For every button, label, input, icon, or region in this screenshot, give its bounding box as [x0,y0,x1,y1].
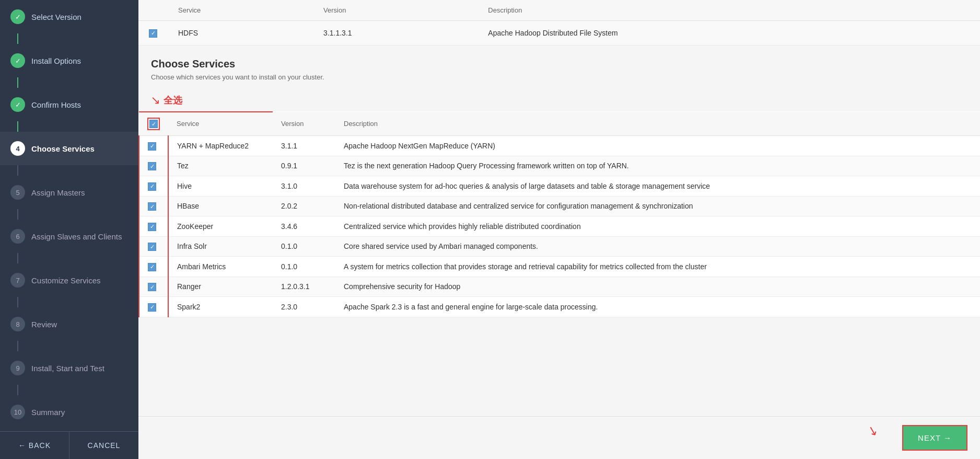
service-version-7: 1.2.0.3.1 [273,277,335,297]
back-button[interactable]: ← BACK [0,432,69,459]
service-description-5: Core shared service used by Ambari manag… [335,236,980,257]
select-all-checkbox-wrapper: ✓ [147,118,160,131]
service-checkbox-cell-4: ✓ [139,216,168,237]
sidebar-connector-1 [17,77,18,88]
sidebar-item-assign-masters[interactable]: 5Assign Masters [0,176,138,209]
select-all-checkbox[interactable]: ✓ [149,120,158,128]
sidebar-label-install-start-test: Install, Start and Test [31,364,104,373]
service-checkbox-3[interactable]: ✓ [148,202,156,211]
service-name-7: Ranger [168,277,273,297]
service-name-0: YARN + MapReduce2 [168,136,273,156]
service-name-4: ZooKeeper [168,216,273,237]
service-name-8: Spark2 [168,297,273,317]
services-header-row: ✓ Service Version Description [139,112,980,136]
sidebar-label-confirm-hosts: Confirm Hosts [31,100,81,109]
service-name-5: Infra Solr [168,236,273,257]
service-description-8: Apache Spark 2.3 is a fast and general e… [335,297,980,317]
sidebar-label-review: Review [31,320,57,329]
service-checkbox-0[interactable]: ✓ [148,142,156,151]
sidebar-connector-6 [17,297,18,307]
service-checkbox-cell-2: ✓ [139,176,168,197]
sidebar-item-install-start-test[interactable]: 9Install, Start and Test [0,351,138,385]
hdfs-checkbox[interactable]: ✓ [149,29,157,38]
service-version-8: 2.3.0 [273,297,335,317]
service-name-2: Hive [168,176,273,197]
hdfs-table: Service Version Description ✓ HDFS 3.1.1… [138,0,980,45]
hdfs-service-name: HDFS [168,21,313,45]
service-checkbox-6[interactable]: ✓ [148,263,156,271]
hdfs-version: 3.1.1.3.1 [313,21,477,45]
sidebar-label-assign-slaves: Assign Slaves and Clients [31,232,122,241]
service-row: ✓Ambari Metrics0.1.0A system for metrics… [139,257,980,277]
service-checkbox-cell-5: ✓ [139,236,168,257]
service-description-6: A system for metrics collection that pro… [335,257,980,277]
annotation-label: 全选 [164,94,182,107]
sidebar-item-summary[interactable]: 10Summary [0,395,138,429]
service-version-6: 0.1.0 [273,257,335,277]
choose-services-header: Choose Services Choose which services yo… [138,45,980,89]
service-name-6: Ambari Metrics [168,257,273,277]
sidebar-item-install-options[interactable]: ✓Install Options [0,44,138,77]
select-all-annotation: ↙ 全选 [138,89,980,107]
service-checkbox-cell-8: ✓ [139,297,168,317]
service-version-0: 3.1.1 [273,136,335,156]
service-row: ✓HBase2.0.2Non-relational distributed da… [139,196,980,216]
service-checkbox-8[interactable]: ✓ [148,303,156,312]
sidebar-label-choose-services: Choose Services [31,144,95,153]
sidebar-connector-2 [17,121,18,132]
sidebar-item-choose-services[interactable]: 4Choose Services [0,132,138,165]
service-name-1: Tez [168,156,273,176]
sidebar-footer: ← BACK CANCEL [0,431,138,459]
next-arrow-annotation: ↘ [866,422,880,439]
service-version-3: 2.0.2 [273,196,335,216]
sidebar-connector-3 [17,165,18,176]
service-row: ✓Spark22.3.0Apache Spark 2.3 is a fast a… [139,297,980,317]
service-checkbox-4[interactable]: ✓ [148,223,156,231]
sidebar-item-review[interactable]: 8Review [0,307,138,341]
sidebar-connector-5 [17,253,18,263]
sidebar-item-customize-services[interactable]: 7Customize Services [0,263,138,297]
services-table: ✓ Service Version Description ✓YARN + Ma… [138,111,980,317]
service-checkbox-cell-1: ✓ [139,156,168,176]
service-checkbox-1[interactable]: ✓ [148,162,156,170]
service-checkbox-2[interactable]: ✓ [148,182,156,191]
sidebar-item-select-version[interactable]: ✓Select Version [0,0,138,33]
services-col-service-header: Service [168,112,273,136]
choose-services-subtitle: Choose which services you want to instal… [151,73,967,81]
service-description-7: Comprehensive security for Hadoop [335,277,980,297]
service-row: ✓Ranger1.2.0.3.1Comprehensive security f… [139,277,980,297]
main-area: Service Version Description ✓ HDFS 3.1.1… [138,0,980,459]
service-description-2: Data warehouse system for ad-hoc queries… [335,176,980,197]
next-button[interactable]: NEXT → [902,425,967,451]
service-checkbox-cell-3: ✓ [139,196,168,216]
sidebar-connector-8 [17,385,18,395]
sidebar-item-confirm-hosts[interactable]: ✓Confirm Hosts [0,88,138,121]
service-version-4: 3.4.6 [273,216,335,237]
service-description-4: Centralized service which provides highl… [335,216,980,237]
sidebar-label-select-version: Select Version [31,13,81,21]
sidebar-item-assign-slaves[interactable]: 6Assign Slaves and Clients [0,220,138,253]
sidebar-label-install-options: Install Options [31,56,81,65]
hdfs-checkbox-cell: ✓ [138,21,168,45]
sidebar-connector-0 [17,33,18,44]
cancel-button[interactable]: CANCEL [69,432,138,459]
hdfs-col-description: Description [477,0,980,21]
service-row: ✓Hive3.1.0Data warehouse system for ad-h… [139,176,980,197]
sidebar-connector-4 [17,209,18,220]
service-name-3: HBase [168,196,273,216]
sidebar-label-customize-services: Customize Services [31,276,101,285]
service-checkbox-5[interactable]: ✓ [148,243,156,251]
hdfs-section: Service Version Description ✓ HDFS 3.1.1… [138,0,980,45]
hdfs-row: ✓ HDFS 3.1.1.3.1 Apache Hadoop Distribut… [138,21,980,45]
main-content: Service Version Description ✓ HDFS 3.1.1… [138,0,980,416]
arrow-icon: ↙ [151,94,160,107]
sidebar-connector-7 [17,341,18,351]
hdfs-col-version: Version [313,0,477,21]
sidebar: ✓Select Version✓Install Options✓Confirm … [0,0,138,459]
service-row: ✓ZooKeeper3.4.6Centralized service which… [139,216,980,237]
service-checkbox-7[interactable]: ✓ [148,283,156,291]
main-footer: ↘ NEXT → [138,416,980,459]
service-checkbox-cell-0: ✓ [139,136,168,156]
service-row: ✓Infra Solr0.1.0Core shared service used… [139,236,980,257]
service-version-1: 0.9.1 [273,156,335,176]
